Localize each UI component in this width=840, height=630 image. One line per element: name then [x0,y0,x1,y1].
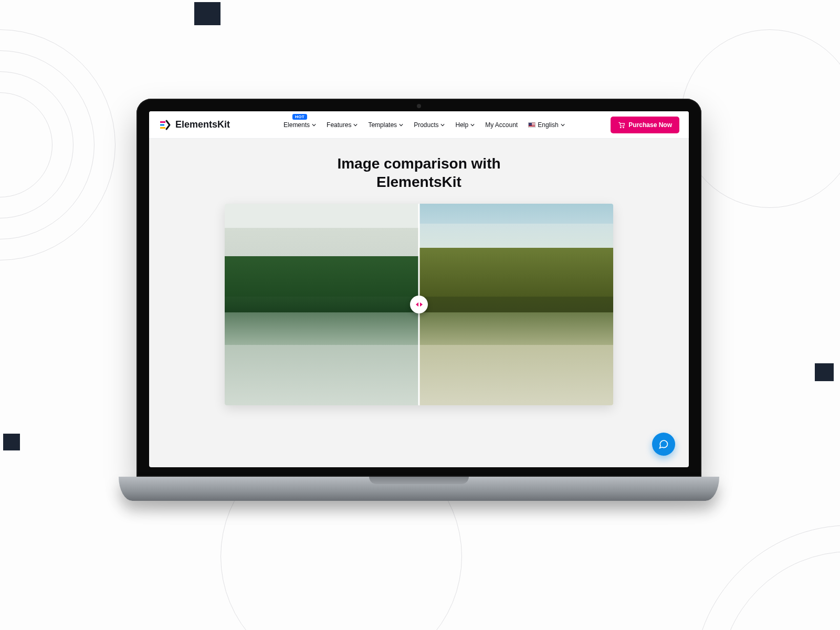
cta-label: Purchase Now [628,121,672,129]
arrow-left-icon [416,302,418,307]
nav-language[interactable]: English [528,121,564,129]
us-flag-icon [528,122,536,128]
decor-square [3,434,20,450]
nav-label: English [538,121,558,129]
decor-circle [680,29,840,208]
nav-help[interactable]: Help [455,121,475,129]
title-line-1: Image comparison with [337,155,500,172]
nav-elements[interactable]: HOT Elements [284,121,316,129]
image-comparison-widget[interactable] [225,204,613,405]
title-line-2: ElementsKit [376,174,461,190]
comparison-drag-handle[interactable] [410,296,428,313]
cart-icon [618,121,625,129]
chevron-down-icon [440,123,445,127]
main-nav: HOT Elements Features Templates Products [284,121,565,129]
nav-label: Elements [284,121,310,129]
purchase-now-button[interactable]: Purchase Now [611,117,679,133]
before-image [225,204,419,405]
svg-point-0 [621,127,622,128]
nav-label: Templates [368,121,397,129]
decor-square [815,363,834,381]
nav-label: Features [327,121,351,129]
laptop-camera [417,104,421,108]
chevron-down-icon [353,123,358,127]
site-header: ElementsKit HOT Elements Features Templa… [149,111,689,139]
chevron-down-icon [312,123,316,127]
nav-products[interactable]: Products [414,121,445,129]
laptop-mockup: ElementsKit HOT Elements Features Templa… [136,99,701,501]
nav-templates[interactable]: Templates [368,121,403,129]
laptop-base [119,477,719,501]
nav-my-account[interactable]: My Account [485,121,518,129]
chevron-down-icon [561,123,565,127]
page-title: Image comparison with ElementsKit [149,154,689,191]
decor-square [194,2,220,25]
chat-fab-button[interactable] [652,433,675,456]
laptop-notch [369,477,469,484]
brand-name: ElementsKit [175,119,230,130]
page-content: Image comparison with ElementsKit [149,139,689,405]
chevron-down-icon [470,123,475,127]
nav-label: Products [414,121,438,129]
arrow-right-icon [420,302,423,307]
chat-bubble-icon [658,439,669,449]
nav-label: Help [455,121,468,129]
laptop-screen: ElementsKit HOT Elements Features Templa… [149,111,689,467]
elementskit-logo-icon [159,119,171,131]
laptop-bezel: ElementsKit HOT Elements Features Templa… [136,99,701,477]
after-image [419,204,613,405]
nav-label: My Account [485,121,518,129]
nav-features[interactable]: Features [327,121,358,129]
brand-logo[interactable]: ElementsKit [159,119,230,131]
hot-badge: HOT [292,114,307,120]
svg-point-1 [623,127,624,128]
chevron-down-icon [399,123,403,127]
